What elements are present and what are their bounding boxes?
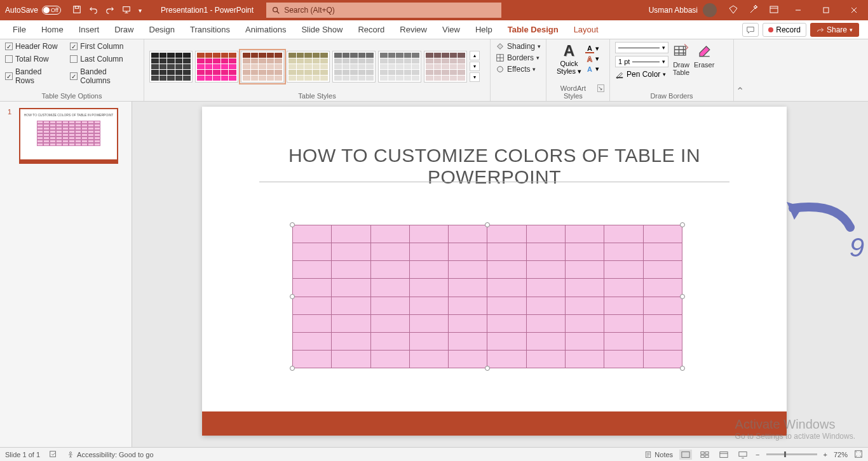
chk-total-row[interactable]: Total Row	[5, 55, 62, 63]
table-style-thumb[interactable]	[332, 51, 376, 83]
fit-to-window-icon[interactable]	[854, 450, 863, 460]
resize-handle[interactable]	[680, 222, 685, 227]
record-button[interactable]: Record	[763, 23, 806, 37]
table-style-thumb[interactable]	[149, 51, 193, 83]
draw-table-label: Draw Table	[673, 61, 689, 76]
chk-last-column[interactable]: Last Column	[70, 55, 139, 63]
share-button[interactable]: Share▾	[810, 23, 859, 37]
dialog-launcher-icon[interactable]: ↘	[597, 84, 604, 92]
resize-handle[interactable]	[290, 222, 295, 227]
present-icon[interactable]	[122, 5, 131, 16]
table-style-thumb[interactable]	[424, 51, 467, 83]
chk-header-row[interactable]: ✓Header Row	[5, 42, 62, 51]
slide-counter[interactable]: Slide 1 of 1	[5, 451, 40, 458]
text-effects-button[interactable]: A▾	[585, 65, 599, 74]
sorter-view-icon[interactable]	[698, 450, 711, 460]
workspace: 1 HOW TO CUSTOMIZE COLORS OF TABLE IN PO…	[0, 102, 868, 447]
table-style-thumb[interactable]	[378, 51, 421, 83]
close-button[interactable]	[840, 0, 868, 20]
text-outline-button[interactable]: A▾	[585, 55, 599, 63]
gallery-more-button[interactable]: ▾	[470, 72, 480, 82]
wand-icon[interactable]	[743, 4, 764, 17]
undo-icon[interactable]	[89, 5, 98, 16]
accessibility-status[interactable]: Accessibility: Good to go	[67, 451, 153, 458]
tab-review[interactable]: Review	[392, 20, 435, 39]
toggle-track: Off	[42, 6, 61, 15]
tab-design[interactable]: Design	[142, 20, 182, 39]
search-box[interactable]: Search (Alt+Q)	[266, 3, 501, 18]
tab-view[interactable]: View	[435, 20, 468, 39]
table-style-thumb[interactable]	[287, 51, 330, 83]
tab-draw[interactable]: Draw	[107, 20, 141, 39]
zoom-slider[interactable]	[766, 453, 817, 455]
resize-handle[interactable]	[290, 294, 295, 299]
gallery-scroll-button[interactable]: ▴	[470, 51, 480, 60]
tab-transitions[interactable]: Transitions	[182, 20, 238, 39]
save-icon[interactable]	[72, 5, 81, 16]
reading-view-icon[interactable]	[717, 450, 730, 460]
window-controls	[784, 0, 868, 20]
zoom-level[interactable]: 72%	[834, 451, 848, 458]
spellcheck-icon[interactable]	[49, 450, 58, 460]
slide-thumbnail-1[interactable]: HOW TO CUSTOMIZE COLORS OF TABLE IN POWE…	[19, 108, 118, 164]
table-style-thumb[interactable]	[241, 51, 284, 83]
pen-weight-dropdown[interactable]: 1 pt▾	[615, 56, 668, 67]
slide-canvas[interactable]: HOW TO CUSTOMIZE COLORS OF TABLE IN POWE…	[132, 102, 868, 447]
resize-handle[interactable]	[680, 366, 685, 371]
pen-color-button[interactable]: Pen Color▾	[615, 70, 668, 79]
slide-divider	[259, 182, 729, 182]
chk-banded-columns[interactable]: ✓Banded Columns	[70, 67, 139, 85]
search-icon	[271, 6, 280, 15]
group-label-draw-borders: Draw Borders	[615, 91, 728, 100]
redo-icon[interactable]	[105, 5, 114, 16]
svg-rect-13	[682, 451, 689, 457]
selected-table[interactable]	[292, 225, 682, 368]
tab-slide-show[interactable]: Slide Show	[294, 20, 350, 39]
ribbon-mode-icon[interactable]	[764, 4, 784, 17]
tab-home[interactable]: Home	[34, 20, 71, 39]
effects-button[interactable]: Effects▾	[496, 65, 536, 74]
group-label-table-styles: Table Styles	[149, 91, 485, 100]
tab-animations[interactable]: Animations	[238, 20, 294, 39]
collapse-ribbon-button[interactable]: ⌃	[734, 39, 745, 101]
autosave-toggle[interactable]: AutoSave Off	[0, 6, 66, 15]
chk-banded-rows[interactable]: ✓Banded Rows	[5, 67, 62, 85]
slideshow-view-icon[interactable]	[736, 450, 749, 460]
shading-button[interactable]: Shading▾	[496, 42, 541, 51]
slide: HOW TO CUSTOMIZE COLORS OF TABLE IN POWE…	[202, 107, 787, 436]
table-style-thumb[interactable]	[195, 51, 238, 83]
zoom-in-button[interactable]: +	[824, 451, 827, 458]
resize-handle[interactable]	[290, 366, 295, 371]
borders-button[interactable]: Borders▾	[496, 53, 539, 62]
eraser-button[interactable]: Eraser	[694, 42, 714, 69]
normal-view-icon[interactable]	[679, 450, 692, 460]
group-table-styles: ▴▾▾ Table Styles	[144, 39, 491, 101]
zoom-out-button[interactable]: −	[756, 451, 759, 458]
text-fill-button[interactable]: A▾	[585, 44, 599, 53]
resize-handle[interactable]	[485, 222, 490, 227]
group-draw-borders: ▾ 1 pt▾ Pen Color▾ Draw Table Eraser Dra…	[610, 39, 734, 101]
gallery-scroll-button[interactable]: ▾	[470, 62, 480, 71]
tab-file[interactable]: File	[5, 20, 34, 39]
tab-table-design[interactable]: Table Design	[500, 20, 566, 39]
maximize-button[interactable]	[812, 0, 840, 20]
tab-insert[interactable]: Insert	[71, 20, 107, 39]
pen-style-dropdown[interactable]: ▾	[615, 42, 668, 53]
notes-button[interactable]: Notes	[644, 451, 673, 458]
draw-table-button[interactable]: Draw Table	[672, 42, 690, 76]
minimize-button[interactable]	[784, 0, 812, 20]
ribbon: ✓Header Row Total Row ✓Banded Rows ✓Firs…	[0, 39, 868, 102]
quick-styles-button[interactable]: A Quick Styles ▾	[557, 42, 581, 76]
tab-help[interactable]: Help	[468, 20, 500, 39]
chk-first-column[interactable]: ✓First Column	[70, 42, 139, 51]
tab-record[interactable]: Record	[350, 20, 392, 39]
resize-handle[interactable]	[485, 366, 490, 371]
resize-handle[interactable]	[680, 294, 685, 299]
diamond-icon[interactable]	[723, 4, 743, 17]
user-account[interactable]: Usman Abbasi	[642, 3, 723, 17]
comments-button[interactable]	[742, 23, 759, 37]
qat-more-icon[interactable]: ▾	[139, 7, 142, 14]
svg-rect-19	[739, 451, 747, 456]
svg-rect-5	[824, 8, 829, 13]
tab-layout[interactable]: Layout	[566, 20, 606, 39]
